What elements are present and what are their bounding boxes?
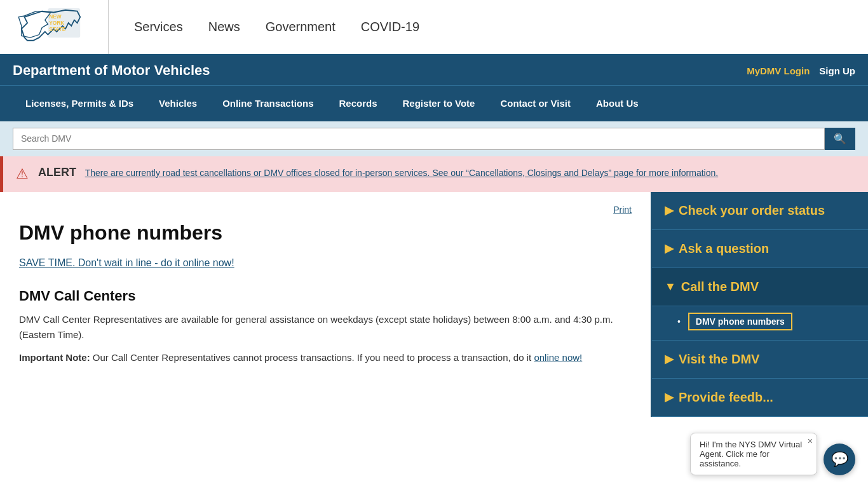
alert-bar: ⚠ ALERT There are currently road test ca…	[0, 156, 868, 192]
bullet-icon: •	[677, 316, 681, 327]
online-now-link[interactable]: online now!	[534, 352, 582, 363]
dmv-nav-about[interactable]: About Us	[583, 86, 651, 121]
sidebar-order-status-label: Check your order status	[679, 203, 825, 218]
alert-text: There are currently road test cancellati…	[85, 168, 719, 178]
call-centers-title: DMV Call Centers	[19, 288, 632, 304]
sidebar-submenu: • DMV phone numbers	[652, 306, 868, 341]
important-note: Important Note: Our Call Center Represen…	[19, 350, 632, 365]
nys-logo: NEW YORK STATE	[13, 5, 89, 50]
top-navigation: NEW YORK STATE Services News Government …	[0, 0, 868, 56]
svg-text:YORK: YORK	[49, 19, 64, 25]
chevron-right-icon: ▶	[665, 203, 674, 217]
sidebar-feedback-label: Provide feedb...	[679, 390, 773, 405]
chevron-right-icon-2: ▶	[665, 241, 674, 255]
dmv-title: Department of Motor Vehicles	[13, 62, 210, 79]
alert-icon: ⚠	[16, 166, 29, 182]
logo-area: NEW YORK STATE	[13, 0, 109, 54]
page-title: DMV phone numbers	[19, 221, 632, 245]
dmv-nav-records[interactable]: Records	[327, 86, 390, 121]
top-nav-links: Services News Government COVID-19	[134, 20, 419, 34]
alert-label: ALERT	[38, 166, 76, 179]
dmv-nav-vehicles[interactable]: Vehicles	[146, 86, 210, 121]
chevron-right-icon-3: ▶	[665, 352, 674, 366]
svg-text:STATE: STATE	[49, 26, 65, 32]
dmv-nav-online[interactable]: Online Transactions	[210, 86, 326, 121]
sidebar-order-status[interactable]: ▶ Check your order status	[652, 192, 868, 230]
dmv-nav-licenses[interactable]: Licenses, Permits & IDs	[13, 86, 146, 121]
dmv-nav: Licenses, Permits & IDs Vehicles Online …	[0, 85, 868, 121]
sidebar-visit-dmv[interactable]: ▶ Visit the DMV	[652, 341, 868, 379]
nav-news[interactable]: News	[208, 20, 240, 34]
search-bar: 🔍	[0, 121, 868, 156]
myDMV-login-link[interactable]: MyDMV Login	[747, 65, 810, 76]
content-left: Print DMV phone numbers SAVE TIME. Don't…	[0, 192, 652, 417]
print-area: Print	[19, 205, 632, 215]
call-centers-text: DMV Call Center Representatives are avai…	[19, 312, 632, 342]
sidebar-ask-question[interactable]: ▶ Ask a question	[652, 230, 868, 268]
nav-services[interactable]: Services	[134, 20, 183, 34]
dmv-header: Department of Motor Vehicles MyDMV Login…	[0, 56, 868, 85]
sidebar-provide-feedback[interactable]: ▶ Provide feedb...	[652, 379, 868, 417]
sidebar-submenu-phone-numbers[interactable]: DMV phone numbers	[688, 313, 792, 330]
search-input[interactable]	[13, 128, 825, 150]
print-link[interactable]: Print	[613, 205, 632, 215]
nav-government[interactable]: Government	[266, 20, 336, 34]
alert-link[interactable]: There are currently road test cancellati…	[85, 168, 719, 178]
svg-text:NEW: NEW	[49, 13, 62, 19]
nav-covid19[interactable]: COVID-19	[361, 20, 419, 34]
sidebar-call-dmv[interactable]: ▼ Call the DMV	[652, 268, 868, 306]
sidebar-ask-question-label: Ask a question	[679, 241, 769, 256]
search-button[interactable]: 🔍	[825, 128, 855, 150]
main-content: Print DMV phone numbers SAVE TIME. Don't…	[0, 192, 868, 417]
sidebar-call-dmv-label: Call the DMV	[681, 280, 759, 294]
sign-up-link[interactable]: Sign Up	[819, 65, 855, 76]
dmv-nav-register[interactable]: Register to Vote	[390, 86, 488, 121]
chevron-right-icon-4: ▶	[665, 390, 674, 404]
sidebar-right: ▶ Check your order status ▶ Ask a questi…	[652, 192, 868, 417]
important-note-text: Our Call Center Representatives cannot p…	[93, 352, 534, 363]
important-note-label: Important Note:	[19, 352, 90, 363]
sidebar-visit-dmv-label: Visit the DMV	[679, 352, 759, 367]
dmv-nav-contact[interactable]: Contact or Visit	[487, 86, 583, 121]
save-time-link[interactable]: SAVE TIME. Don't wait in line - do it on…	[19, 257, 632, 269]
chevron-down-icon: ▼	[665, 280, 676, 294]
search-form: 🔍	[13, 128, 855, 150]
dmv-header-right: MyDMV Login Sign Up	[747, 65, 855, 76]
alert-content: ALERT There are currently road test canc…	[38, 166, 718, 179]
